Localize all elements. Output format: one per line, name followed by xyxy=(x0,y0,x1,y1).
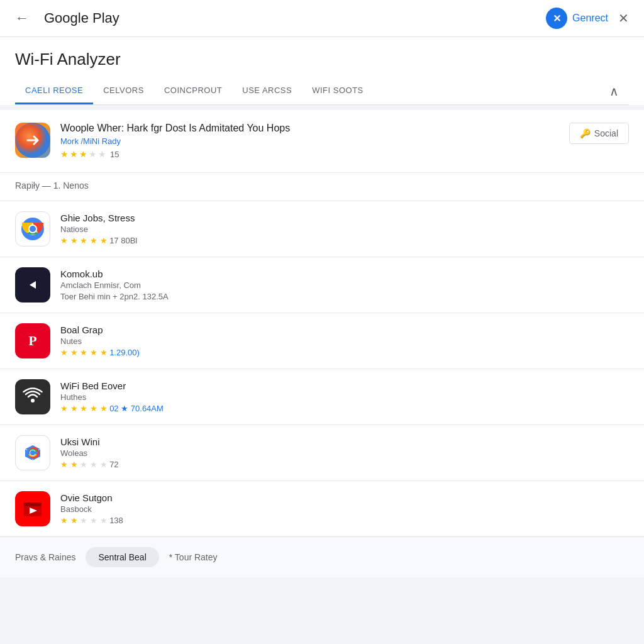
app-icon-wifi xyxy=(15,379,50,414)
back-button[interactable]: ← xyxy=(10,8,34,29)
app-meta: ★ ★ ★ ★ ★ 138 xyxy=(60,516,629,525)
rapily-label: Rapiły — 1. Nenos xyxy=(0,173,644,201)
app-icon-pinterest: P xyxy=(15,323,50,358)
app-info: Ovie Sutgon Basbock ★ ★ ★ ★ ★ 138 xyxy=(60,492,629,525)
list-item[interactable]: Ovie Sutgon Basbock ★ ★ ★ ★ ★ 138 xyxy=(0,481,644,536)
app-name: Boal Grap xyxy=(60,325,629,335)
tabs-expand-icon[interactable]: ∧ xyxy=(599,79,629,104)
header: ← Google Play ✕ Genrect ✕ xyxy=(0,0,644,37)
app-meta: ★ ★ ★ ★ ★ 1.29.00) xyxy=(60,348,629,357)
list-item[interactable]: P Boal Grap Nutes ★ ★ ★ ★ ★ 1.29.00) xyxy=(0,313,644,369)
svg-text:P: P xyxy=(28,333,36,348)
featured-app-icon xyxy=(15,123,50,158)
close-icon: ✕ xyxy=(553,13,561,25)
list-item[interactable]: WiFi Bed Eover Huthes ★ ★ ★ ★ ★ 02 ★ 70.… xyxy=(0,369,644,425)
svg-point-9 xyxy=(31,399,35,402)
svg-point-4 xyxy=(30,226,36,232)
tab-caeli-reose[interactable]: CAELI REOSE xyxy=(15,78,93,104)
app-developer: Natiose xyxy=(60,225,629,234)
app-name: WiFi Bed Eover xyxy=(60,380,629,391)
app-name: Komok.ub xyxy=(60,269,629,279)
star-2: ★ xyxy=(70,149,78,159)
app-store-title: Google Play xyxy=(44,10,536,26)
app-name: Ovie Sutgon xyxy=(60,492,629,503)
app-info: Komok.ub Amclach Enmisr, Com Toer Behi m… xyxy=(60,269,629,301)
app-developer: Nutes xyxy=(60,336,629,346)
content-area: Woople Wher: Hark fgr Dost Is Admitated … xyxy=(0,110,644,536)
tab-celvors[interactable]: CELVORS xyxy=(93,78,154,104)
search-text[interactable]: Genrect xyxy=(572,13,608,24)
featured-stars: ★ ★ ★ ★ ★ 15 xyxy=(60,149,119,159)
app-developer: Amclach Enmisr, Com xyxy=(60,280,629,290)
app-meta: ★ ★ ★ ★ ★ 02 ★ 70.64AM xyxy=(60,404,629,413)
star-1: ★ xyxy=(60,149,69,159)
list-item[interactable]: Komok.ub Amclach Enmisr, Com Toer Behi m… xyxy=(0,257,644,313)
svg-rect-17 xyxy=(24,502,42,506)
app-developer: Basbock xyxy=(60,504,629,514)
star-3: ★ xyxy=(79,149,87,159)
app-developer: Woleas xyxy=(60,448,629,458)
featured-star-count: 15 xyxy=(110,150,119,159)
app-meta: ★ ★ ★ ★ ★ 72 xyxy=(60,460,629,469)
app-info: WiFi Bed Eover Huthes ★ ★ ★ ★ ★ 02 ★ 70.… xyxy=(60,380,629,413)
app-icon-dark-arrow xyxy=(15,267,50,303)
star-5: ★ xyxy=(98,149,106,159)
footer-pill[interactable]: Sentral Beal xyxy=(86,547,158,567)
app-info: Boal Grap Nutes ★ ★ ★ ★ ★ 1.29.00) xyxy=(60,325,629,357)
featured-info: Woople Wher: Hark fgr Dost Is Admitated … xyxy=(60,123,559,160)
app-meta: Toer Behi min + 2pn2. 132.5A xyxy=(60,292,629,301)
badge-label: Social xyxy=(594,128,618,138)
featured-app-name: Woople Wher: Hark fgr Dost Is Admitated … xyxy=(60,123,559,134)
list-item[interactable]: Uksi Wini Woleas ★ ★ ★ ★ ★ 72 xyxy=(0,425,644,481)
featured-badge-button[interactable]: 🔑 Social xyxy=(569,123,629,144)
tab-use-arcss[interactable]: USE ARCSS xyxy=(232,78,302,104)
app-title-section: Wi-Fi Analyzer CAELI REOSE CELVORS COINC… xyxy=(0,37,644,105)
featured-app-author: Mork /MiNi Rady xyxy=(60,136,559,146)
tab-wifi-soots[interactable]: WIFI SOOTS xyxy=(302,78,374,104)
app-icon-chrome xyxy=(15,211,50,247)
list-item[interactable]: Ghie Jobs, Stress Natiose ★ ★ ★ ★ ★ 17 8… xyxy=(0,201,644,257)
app-name: Uksi Wini xyxy=(60,436,629,447)
featured-item[interactable]: Woople Wher: Hark fgr Dost Is Admitated … xyxy=(0,110,644,173)
app-meta: ★ ★ ★ ★ ★ 17 80Bl xyxy=(60,236,629,245)
badge-icon: 🔑 xyxy=(580,128,591,138)
search-badge: ✕ Genrect ✕ xyxy=(546,8,634,29)
tab-coincprout[interactable]: COINCPROUT xyxy=(154,78,232,104)
app-info: Ghie Jobs, Stress Natiose ★ ★ ★ ★ ★ 17 8… xyxy=(60,213,629,245)
star-4: ★ xyxy=(89,149,97,159)
footer-link-2[interactable]: * Tour Ratey xyxy=(169,552,218,562)
app-info: Uksi Wini Woleas ★ ★ ★ ★ ★ 72 xyxy=(60,436,629,469)
svg-point-14 xyxy=(30,450,35,455)
app-icon-google xyxy=(15,435,50,470)
footer-link-1[interactable]: Pravs & Raines xyxy=(15,552,75,562)
app-developer: Huthes xyxy=(60,392,629,402)
tabs-bar: CAELI REOSE CELVORS COINCPROUT USE ARCSS… xyxy=(15,78,629,105)
search-clear-button[interactable]: ✕ xyxy=(546,8,567,29)
close-button[interactable]: ✕ xyxy=(613,8,634,28)
app-name: Ghie Jobs, Stress xyxy=(60,213,629,223)
page-title: Wi-Fi Analyzer xyxy=(15,50,629,69)
app-icon-video xyxy=(15,491,50,526)
footer: Pravs & Raines Sentral Beal * Tour Ratey xyxy=(0,536,644,577)
